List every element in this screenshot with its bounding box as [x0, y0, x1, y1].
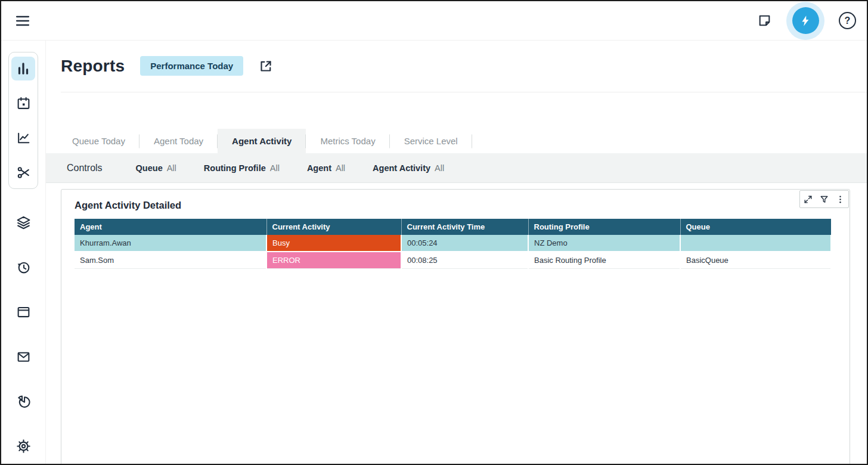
table-header-row: Agent Current Activity Current Activity … [75, 219, 831, 235]
filter-label: Agent Activity [373, 163, 430, 173]
cell-queue: BasicQueue [680, 252, 831, 269]
more-options-button[interactable] [832, 191, 848, 207]
mail-icon [16, 349, 31, 364]
note-icon [757, 13, 772, 28]
line-chart-icon [16, 131, 31, 145]
filter-queue[interactable]: QueueAll [136, 163, 176, 173]
funnel-icon [820, 195, 829, 204]
sidebar-item-historical-metrics[interactable] [11, 126, 35, 150]
cell-current-activity: Busy [266, 235, 401, 252]
agent-activity-table: Agent Current Activity Current Activity … [75, 219, 832, 269]
hamburger-menu-button[interactable] [14, 13, 31, 29]
sidebar-metrics-group [8, 52, 38, 189]
cell-routing-profile: NZ Demo [528, 235, 680, 252]
cell-activity-time: 00:05:24 [401, 235, 528, 252]
tab-label: Service Level [404, 136, 458, 146]
cell-agent: Sam.Som [75, 252, 266, 269]
tab-service-level[interactable]: Service Level [390, 129, 472, 153]
tab-label: Queue Today [72, 136, 125, 146]
help-button[interactable]: ? [839, 12, 856, 29]
cell-routing-profile: Basic Routing Profile [528, 252, 680, 269]
report-card: Agent Activity Detailed Agent Current Ac… [61, 189, 850, 464]
column-header-queue: Queue [680, 219, 831, 235]
lightning-button[interactable] [792, 7, 819, 34]
column-header-current-activity: Current Activity [266, 219, 401, 235]
tab-queue-today[interactable]: Queue Today [58, 129, 140, 153]
sidebar-item-routing[interactable] [11, 210, 35, 234]
sidebar [1, 41, 46, 464]
report-badge: Performance Today [140, 56, 243, 76]
app-window: ? [0, 0, 868, 465]
hamburger-icon [14, 13, 31, 29]
help-question-mark: ? [845, 16, 851, 26]
column-header-agent: Agent [75, 219, 266, 235]
filter-label: Queue [136, 163, 163, 173]
table-row: Sam.Som ERROR 00:08:25 Basic Routing Pro… [75, 252, 831, 269]
expand-icon [804, 195, 813, 204]
filter-value: All [270, 163, 280, 173]
sidebar-item-dashboards[interactable] [11, 389, 35, 413]
cell-queue [680, 235, 831, 252]
tab-metrics-today[interactable]: Metrics Today [306, 129, 389, 153]
tab-agent-today[interactable]: Agent Today [140, 129, 218, 153]
settings-gear-icon [16, 439, 31, 454]
tab-label: Agent Activity [232, 136, 292, 146]
pie-chart-icon [16, 394, 31, 409]
bar-chart-icon [16, 61, 31, 76]
page-header: Reports Performance Today [46, 41, 867, 76]
filter-button[interactable] [816, 191, 832, 207]
sidebar-item-workspaces[interactable] [11, 300, 35, 324]
filter-routing-profile[interactable]: Routing ProfileAll [204, 163, 280, 173]
external-link-icon [259, 59, 273, 73]
filters: QueueAll Routing ProfileAll AgentAll Age… [136, 163, 445, 173]
topbar: ? [1, 1, 867, 41]
history-icon [16, 260, 31, 275]
filter-value: All [167, 163, 176, 173]
table-row: Khurram.Awan Busy 00:05:24 NZ Demo [75, 235, 831, 252]
sidebar-secondary-group [11, 210, 35, 458]
column-header-current-activity-time: Current Activity Time [401, 219, 528, 235]
lightning-icon [799, 14, 812, 27]
cell-current-activity: ERROR [266, 252, 401, 269]
controls-label: Controls [67, 163, 103, 173]
window-icon [16, 305, 31, 320]
tab-agent-activity[interactable]: Agent Activity [218, 129, 306, 153]
report-tabs: Queue Today Agent Today Agent Activity M… [46, 129, 867, 153]
sidebar-item-messages[interactable] [11, 345, 35, 368]
filter-value: All [435, 163, 444, 173]
cell-activity-time: 00:08:25 [401, 252, 528, 269]
sidebar-item-settings[interactable] [11, 434, 35, 458]
filter-agent[interactable]: AgentAll [307, 163, 345, 173]
cell-agent: Khurram.Awan [75, 235, 266, 252]
expand-button[interactable] [800, 191, 816, 207]
filter-label: Agent [307, 163, 331, 173]
card-title: Agent Activity Detailed [61, 190, 850, 211]
page-title: Reports [61, 57, 125, 76]
layers-icon [16, 215, 31, 230]
sidebar-item-history[interactable] [11, 255, 35, 279]
controls-bar: Controls QueueAll Routing ProfileAll Age… [46, 153, 867, 183]
tab-label: Agent Today [154, 136, 203, 146]
column-header-routing-profile: Routing Profile [528, 219, 680, 235]
header-divider [61, 92, 867, 92]
filter-value: All [336, 163, 345, 173]
ellipsis-vertical-icon [836, 195, 845, 204]
filter-agent-activity[interactable]: Agent ActivityAll [373, 163, 444, 173]
tab-label: Metrics Today [320, 136, 375, 146]
main-content: Reports Performance Today Queue Today Ag… [46, 41, 867, 464]
sidebar-item-analytics-tools[interactable] [11, 160, 35, 184]
sidebar-item-schedule[interactable] [11, 91, 35, 115]
open-external-button[interactable] [259, 59, 273, 73]
calendar-icon [16, 96, 31, 111]
filter-label: Routing Profile [204, 163, 266, 173]
scissors-icon [16, 165, 31, 180]
notes-button[interactable] [757, 13, 772, 28]
sidebar-item-reports[interactable] [11, 57, 35, 80]
card-toolbar [799, 190, 849, 208]
assistant-button-halo [786, 2, 824, 40]
